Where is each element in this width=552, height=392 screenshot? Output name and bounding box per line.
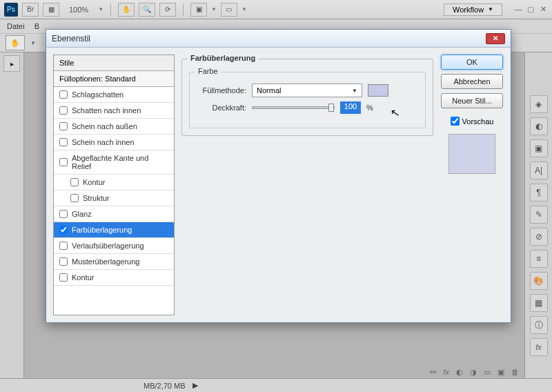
fx-panel-icon[interactable]: fx — [530, 338, 548, 356]
bridge-icon[interactable]: Br — [22, 3, 39, 17]
masks-panel-icon[interactable]: ▣ — [530, 139, 548, 157]
checkbox[interactable] — [59, 158, 68, 166]
ps-logo-icon: Ps — [4, 3, 18, 17]
window-controls: — ▢ ✕ — [513, 5, 548, 14]
fx-icon[interactable]: fx — [443, 368, 449, 377]
folder-icon[interactable]: ▭ — [484, 368, 491, 377]
style-satin[interactable]: Glanz — [54, 206, 174, 222]
zoom-tool-icon[interactable]: 🔍 — [139, 3, 155, 17]
minibridge-icon[interactable]: ▦ — [43, 3, 59, 17]
arrange-dropdown-icon[interactable]: ▼ — [211, 6, 217, 12]
styles-header[interactable]: Stile — [54, 55, 174, 71]
checkbox[interactable] — [59, 106, 68, 115]
style-inner-shadow[interactable]: Schatten nach innen — [54, 103, 174, 119]
minimize-icon[interactable]: — — [513, 5, 523, 14]
styles-panel-icon[interactable]: ▦ — [530, 294, 548, 312]
checkbox[interactable] — [59, 226, 68, 234]
app-header: Ps Br ▦ 100% ▼ ✋ 🔍 ⟳ ▣ ▼ ▭ ▼ Workflow ▼ … — [0, 0, 552, 19]
checkbox[interactable] — [59, 90, 68, 99]
checkbox[interactable] — [70, 194, 79, 202]
checkbox[interactable] — [59, 210, 68, 218]
brush-panel-icon[interactable]: ✎ — [530, 206, 548, 224]
rotate-view-icon[interactable]: ⟳ — [159, 3, 176, 17]
character-panel-icon[interactable]: A| — [530, 161, 548, 179]
screenmode-dropdown-icon[interactable]: ▼ — [241, 6, 247, 12]
zoom-dropdown-icon[interactable]: ▼ — [98, 6, 103, 12]
style-pattern-overlay[interactable]: Musterüberlagerung — [54, 254, 174, 270]
arrange-icon[interactable]: ▣ — [190, 3, 207, 17]
opacity-row: Deckkraft: 100 % — [198, 101, 417, 114]
adjustment-icon[interactable]: ◑ — [470, 368, 477, 377]
adjustments-panel-icon[interactable]: ◐ — [530, 117, 548, 135]
options-dropdown-icon[interactable]: ▼ — [30, 40, 36, 46]
dialog-close-button[interactable]: ✕ — [486, 33, 505, 44]
workflow-label: Workflow — [453, 6, 484, 14]
preview-checkbox-row[interactable]: Vorschau — [451, 117, 494, 126]
checkbox[interactable] — [59, 257, 68, 266]
style-inner-glow[interactable]: Schein nach innen — [54, 135, 174, 150]
slider-thumb-icon[interactable] — [328, 104, 334, 112]
style-outer-glow[interactable]: Schein nach außen — [54, 119, 174, 135]
checkbox[interactable] — [59, 138, 68, 146]
overlay-color-swatch[interactable] — [368, 84, 388, 97]
checkbox[interactable] — [70, 178, 79, 186]
hand-tool-icon[interactable]: ✋ — [118, 3, 135, 17]
style-bevel[interactable]: Abgeflachte Kante und Relief — [54, 150, 174, 175]
info-panel-icon[interactable]: ⓘ — [530, 316, 548, 334]
zoom-level[interactable]: 100% — [63, 6, 94, 14]
screenmode-icon[interactable]: ▭ — [221, 3, 237, 17]
fill-options-row[interactable]: Fülloptionen: Standard — [54, 71, 174, 87]
dialog-title: Ebenenstil — [52, 34, 486, 43]
chevron-down-icon: ▼ — [352, 88, 357, 94]
style-stroke[interactable]: Kontur — [54, 270, 174, 286]
chevron-down-icon: ▼ — [488, 6, 493, 12]
menu-b[interactable]: B — [34, 22, 39, 30]
tool-button[interactable]: ▸ — [3, 55, 20, 72]
style-drop-shadow[interactable]: Schlagschatten — [54, 87, 174, 103]
layer-style-dialog: Ebenenstil ✕ Stile Fülloptionen: Standar… — [46, 29, 511, 323]
label: Musterüberlagerung — [72, 257, 139, 266]
current-tool-icon[interactable]: ✋ — [6, 35, 25, 50]
swatches-panel-icon[interactable]: 🎨 — [530, 272, 548, 290]
preview-thumbnail — [448, 134, 495, 174]
opacity-slider[interactable] — [252, 106, 335, 109]
link-icon[interactable]: ⚯ — [430, 368, 436, 377]
status-bar: MB/2,70 MB ▶ — [0, 378, 552, 392]
new-layer-icon[interactable]: ▣ — [497, 368, 504, 377]
dialog-titlebar[interactable]: Ebenenstil ✕ — [46, 30, 511, 48]
label: Kontur — [83, 178, 105, 186]
label: Schein nach außen — [72, 122, 137, 130]
status-arrow-icon[interactable]: ▶ — [193, 381, 198, 390]
label: Schein nach innen — [72, 138, 135, 146]
blend-mode-label: Füllmethode: — [198, 86, 246, 95]
opacity-input[interactable]: 100 — [340, 101, 361, 114]
menu-file[interactable]: Datei — [7, 22, 25, 30]
style-texture[interactable]: Struktur — [54, 190, 174, 206]
layers-panel-icon[interactable]: ◈ — [530, 95, 548, 113]
new-style-button[interactable]: Neuer Stil... — [441, 93, 503, 108]
maximize-icon[interactable]: ▢ — [526, 5, 535, 14]
tools-panel: ▸ — [0, 52, 24, 392]
mask-icon[interactable]: ◐ — [456, 368, 463, 377]
style-contour[interactable]: Kontur — [54, 175, 174, 190]
workflow-button[interactable]: Workflow ▼ — [444, 3, 502, 16]
label: Farbüberlagerung — [72, 226, 132, 234]
group-title: Farbüberlagerung — [188, 54, 258, 62]
clone-panel-icon[interactable]: ⊘ — [530, 228, 548, 246]
close-icon[interactable]: ✕ — [538, 5, 548, 14]
cancel-button[interactable]: Abbrechen — [441, 74, 503, 89]
ok-button[interactable]: OK — [441, 55, 503, 70]
label: Kontur — [72, 273, 94, 282]
preview-checkbox[interactable] — [451, 117, 460, 126]
paragraph-panel-icon[interactable]: ¶ — [530, 184, 548, 202]
blend-mode-combo[interactable]: Normal ▼ — [252, 84, 362, 97]
style-gradient-overlay[interactable]: Verlaufsüberlagerung — [54, 238, 174, 254]
trash-icon[interactable]: 🗑 — [511, 368, 519, 377]
checkbox[interactable] — [59, 242, 68, 250]
history-panel-icon[interactable]: ≡ — [530, 250, 548, 268]
checkbox[interactable] — [59, 122, 68, 130]
style-color-overlay[interactable]: Farbüberlagerung — [54, 222, 174, 238]
doc-size: MB/2,70 MB — [144, 382, 186, 390]
label: Schatten nach innen — [72, 106, 141, 115]
checkbox[interactable] — [59, 273, 68, 282]
